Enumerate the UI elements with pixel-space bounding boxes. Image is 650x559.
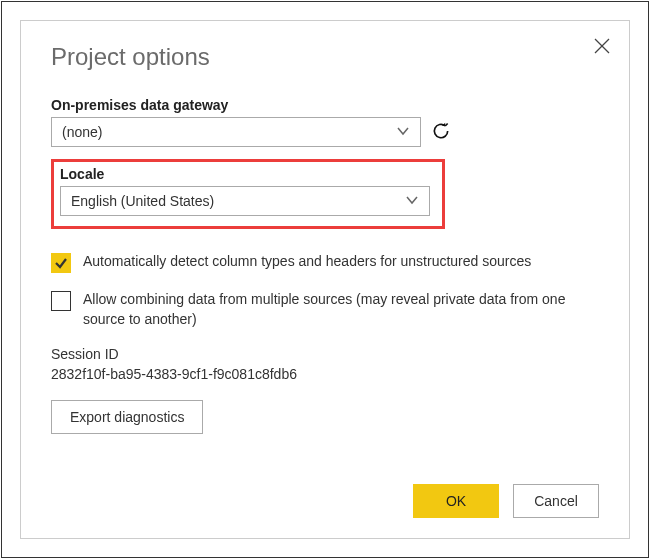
chevron-down-icon xyxy=(405,193,419,210)
close-icon[interactable] xyxy=(593,37,611,55)
locale-dropdown-value: English (United States) xyxy=(71,193,214,209)
autodetect-label: Automatically detect column types and he… xyxy=(83,251,531,271)
dialog-title: Project options xyxy=(51,43,599,71)
combine-label: Allow combining data from multiple sourc… xyxy=(83,289,583,330)
autodetect-checkbox[interactable] xyxy=(51,253,71,273)
gateway-dropdown-value: (none) xyxy=(62,124,102,140)
locale-dropdown[interactable]: English (United States) xyxy=(60,186,430,216)
session-id-label: Session ID xyxy=(51,346,599,362)
session-id-value: 2832f10f-ba95-4383-9cf1-f9c081c8fdb6 xyxy=(51,366,599,382)
locale-label: Locale xyxy=(60,166,436,182)
chevron-down-icon xyxy=(396,124,410,141)
refresh-icon[interactable] xyxy=(431,121,453,143)
ok-button[interactable]: OK xyxy=(413,484,499,518)
export-diagnostics-button[interactable]: Export diagnostics xyxy=(51,400,203,434)
combine-checkbox[interactable] xyxy=(51,291,71,311)
gateway-label: On-premises data gateway xyxy=(51,97,599,113)
cancel-button[interactable]: Cancel xyxy=(513,484,599,518)
locale-highlight: Locale English (United States) xyxy=(51,159,445,229)
gateway-dropdown[interactable]: (none) xyxy=(51,117,421,147)
project-options-dialog: Project options On-premises data gateway… xyxy=(20,20,630,539)
